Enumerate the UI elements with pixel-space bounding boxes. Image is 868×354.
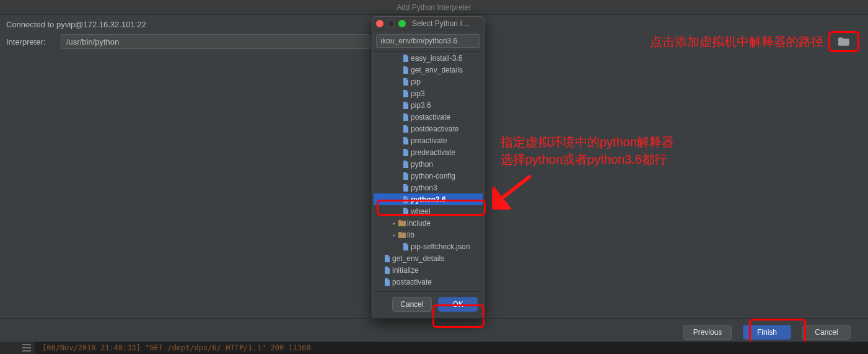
tree-file-item[interactable]: get_env_details (374, 64, 483, 76)
tree-item-label: lib (407, 231, 414, 239)
tree-file-item[interactable]: get_env_details (374, 252, 483, 264)
tree-file-item[interactable]: python3 (374, 182, 483, 193)
file-icon (382, 255, 392, 262)
annotation-arrow (492, 172, 535, 210)
tree-item-label: postactivate (392, 278, 432, 286)
tree-item-label: postactivate (411, 113, 450, 122)
window-title: Add Python Interpreter (397, 3, 471, 12)
file-icon (401, 137, 411, 144)
chooser-cancel-button[interactable]: Cancel (392, 297, 432, 312)
folder-icon (838, 37, 850, 46)
minimize-icon (387, 20, 395, 27)
chooser-path-text: ıkou_env/bin/python3.6 (380, 37, 457, 45)
tree-item-label: python-config (411, 172, 455, 180)
tree-file-item[interactable]: postactivate (374, 276, 483, 288)
file-chooser-dialog: Select Python I... ıkou_env/bin/python3.… (372, 16, 484, 319)
terminal-log-line: [08/Nov/2018 21:48:33] "GET /dept/dps/6/… (42, 343, 310, 352)
cancel-button[interactable]: Cancel (802, 325, 851, 340)
terminal-panel: [08/Nov/2018 21:48:33] "GET /dept/dps/6/… (0, 342, 868, 354)
expand-icon: ▸ (391, 220, 397, 226)
tree-file-item[interactable]: pip3 (374, 87, 483, 99)
tree-item-label: initialize (392, 266, 419, 275)
svg-line-0 (497, 176, 530, 202)
tree-file-item[interactable]: python-config (374, 170, 483, 182)
wizard-button-bar: Previous Finish Cancel (0, 318, 868, 342)
tree-item-label: pip3.6 (411, 101, 431, 110)
tree-file-item[interactable]: initialize (374, 264, 483, 276)
file-icon (401, 184, 411, 192)
file-icon (401, 208, 411, 215)
browse-folder-button[interactable] (828, 31, 859, 52)
tree-item-label: get_env_details (392, 254, 444, 263)
file-icon (401, 172, 411, 180)
chooser-button-row: Cancel OK (372, 292, 484, 318)
annotation-middle: 指定虚拟环境中的python解释器 选择python或者python3.6都行 (501, 133, 674, 168)
tree-item-label: pip (411, 77, 421, 86)
tree-file-item[interactable]: postactivate (374, 111, 483, 123)
chooser-path-field[interactable]: ıkou_env/bin/python3.6 (376, 34, 480, 48)
expand-icon: ▸ (391, 232, 397, 238)
interpreter-path-input[interactable] (61, 34, 370, 49)
folder-icon (397, 220, 407, 226)
tree-file-item[interactable]: pip-selfcheck.json (374, 241, 483, 252)
tree-item-label: pip-selfcheck.json (411, 242, 470, 251)
tree-folder-item[interactable]: ▸include (374, 217, 483, 229)
tree-item-label: wheel (411, 207, 430, 216)
previous-button[interactable]: Previous (683, 325, 732, 340)
tree-item-label: python (411, 160, 433, 169)
folder-icon (397, 232, 407, 238)
file-icon (401, 55, 411, 62)
chooser-titlebar: Select Python I... (372, 17, 484, 30)
maximize-icon[interactable] (398, 20, 406, 27)
tree-folder-item[interactable]: ▸lib (374, 229, 483, 241)
file-icon (401, 149, 411, 156)
file-icon (401, 161, 411, 168)
annotation-top: 点击添加虚拟机中解释器的路径 (650, 33, 823, 50)
chooser-ok-button[interactable]: OK (438, 297, 478, 312)
tree-item-label: get_env_details (411, 66, 463, 74)
hamburger-icon (22, 344, 31, 352)
tree-file-item[interactable]: python (374, 158, 483, 170)
tree-file-item[interactable]: pip (374, 76, 483, 87)
file-icon (401, 196, 411, 203)
tree-item-label: python3.6 (411, 195, 446, 204)
tree-item-label: preactivate (411, 136, 447, 145)
tree-item-label: postdeactivate (411, 125, 458, 133)
interpreter-label: Interpreter: (6, 37, 55, 46)
file-icon (401, 90, 411, 97)
tree-file-item[interactable]: preactivate (374, 135, 483, 146)
tree-file-item[interactable]: wheel (374, 205, 483, 217)
tree-file-item[interactable]: python3.6 (374, 193, 483, 205)
chooser-title: Select Python I... (412, 19, 468, 28)
tree-file-item[interactable]: easy_install-3.6 (374, 52, 483, 64)
tree-item-label: include (407, 219, 431, 228)
tree-file-item[interactable]: predeactivate (374, 146, 483, 158)
file-icon (401, 243, 411, 250)
finish-button[interactable]: Finish (743, 325, 791, 340)
tree-item-label: predeactivate (411, 148, 455, 157)
annotation-mid-line2: 选择python或者python3.6都行 (501, 151, 674, 168)
terminal-gutter (0, 342, 35, 354)
file-icon (382, 278, 392, 286)
close-icon[interactable] (376, 20, 384, 27)
file-icon (401, 102, 411, 109)
tree-file-item[interactable]: pip3.6 (374, 99, 483, 111)
file-icon (401, 78, 411, 86)
tree-item-label: easy_install-3.6 (411, 54, 462, 63)
file-icon (401, 125, 411, 133)
annotation-mid-line1: 指定虚拟环境中的python解释器 (501, 133, 674, 151)
tree-item-label: pip3 (411, 89, 425, 98)
file-icon (401, 66, 411, 74)
file-icon (401, 113, 411, 121)
tree-file-item[interactable]: postdeactivate (374, 123, 483, 135)
file-icon (382, 267, 392, 274)
file-tree[interactable]: easy_install-3.6get_env_detailspippip3pi… (374, 51, 483, 292)
window-titlebar: Add Python Interpreter (0, 0, 868, 15)
tree-item-label: python3 (411, 184, 437, 192)
